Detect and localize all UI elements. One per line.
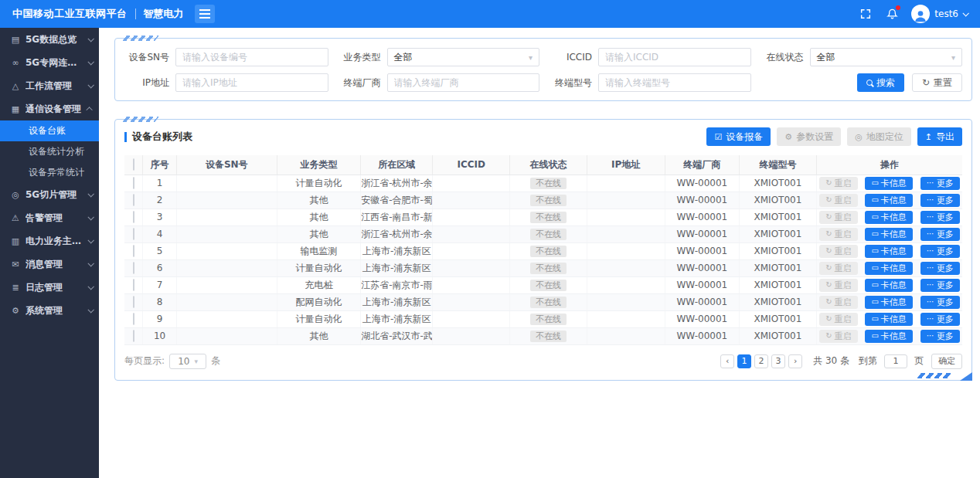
restart-button[interactable]: ↻ 重启 [819,177,857,190]
sidebar-subitem[interactable]: 设备台账 [0,120,99,141]
restart-button[interactable]: ↻ 重启 [819,313,857,326]
power-icon: ↻ [825,213,832,221]
more-button[interactable]: ⋯ 更多 [920,177,960,190]
sim-card-icon: ▭ [871,230,878,238]
row-checkbox[interactable] [133,194,134,206]
cell-region: 上海市-浦东新区 [361,293,433,310]
next-page-button[interactable]: › [788,354,802,368]
more-icon: ⋯ [927,315,934,323]
restart-button[interactable]: ↻ 重启 [819,194,857,207]
more-button[interactable]: ⋯ 更多 [920,211,960,224]
more-button[interactable]: ⋯ 更多 [920,296,960,309]
sidebar-item[interactable]: ▦通信设备管理 [0,97,99,120]
notification-dot [896,5,900,10]
export-button[interactable]: ↥ 导出 [917,127,962,146]
restart-button[interactable]: ↻ 重启 [819,262,857,275]
online-status-select[interactable]: 全部▾ [810,48,963,66]
restart-button[interactable]: ↻ 重启 [819,330,857,343]
row-checkbox[interactable] [133,330,134,342]
card-info-button[interactable]: ▭ 卡信息 [865,262,912,275]
filter-panel: 设备SN号 业务类型 全部▾ ICCID 在线状态 全部▾ [114,38,972,101]
card-info-button[interactable]: ▭ 卡信息 [865,279,912,292]
business-type-select[interactable]: 全部▾ [387,48,540,66]
more-icon: ⋯ [927,264,934,272]
restart-button[interactable]: ↻ 重启 [819,245,857,258]
product-title: 智慧电力 [144,7,184,21]
more-button[interactable]: ⋯ 更多 [920,330,960,343]
cell-business-type: 其他 [277,225,360,242]
sidebar-item[interactable]: ▥电力业务主站管理 [0,229,99,253]
sidebar-item[interactable]: ≣日志管理 [0,276,99,299]
sidebar-item[interactable]: ▤5G数据总览 [0,28,99,51]
ip-input[interactable] [175,73,328,92]
card-info-button[interactable]: ▭ 卡信息 [865,194,912,207]
sidebar-item[interactable]: △工作流管理 [0,74,99,97]
sidebar-item[interactable]: ◎5G切片管理 [0,183,99,206]
cell-business-type: 其他 [277,327,360,344]
map-locate-button[interactable]: ◎ 地图定位 [847,127,911,146]
device-sn-input[interactable] [175,48,328,66]
more-button[interactable]: ⋯ 更多 [920,194,960,207]
page-button[interactable]: 2 [754,354,768,368]
row-checkbox[interactable] [133,262,134,274]
select-all-checkbox[interactable] [133,158,134,171]
row-checkbox[interactable] [133,296,134,308]
restart-button[interactable]: ↻ 重启 [819,279,857,292]
sidebar-item-label: 告警管理 [26,212,85,225]
param-settings-button[interactable]: ⚙ 参数设置 [777,127,841,146]
card-info-button[interactable]: ▭ 卡信息 [865,228,912,241]
iccid-input[interactable] [598,48,751,66]
row-checkbox[interactable] [133,245,134,257]
confirm-page-button[interactable]: 确定 [931,354,962,369]
row-checkbox[interactable] [133,313,134,325]
card-info-button[interactable]: ▭ 卡信息 [865,330,912,343]
hamburger-menu-icon[interactable] [195,5,215,23]
sidebar-item[interactable]: ✉消息管理 [0,253,99,276]
device-report-button[interactable]: ☑ 设备报备 [706,127,771,146]
status-badge: 不在线 [530,280,567,291]
row-checkbox[interactable] [133,279,134,291]
sidebar-item-label: 5G数据总览 [26,33,85,46]
restart-button[interactable]: ↻ 重启 [819,228,857,241]
more-button[interactable]: ⋯ 更多 [920,279,960,292]
sidebar-item[interactable]: ⚠告警管理 [0,206,99,229]
cell-vendor: WW-00001 [665,208,739,225]
card-info-button[interactable]: ▭ 卡信息 [865,313,912,326]
cell-index: 2 [143,192,176,208]
search-button[interactable]: 搜索 [857,73,904,92]
prev-page-button[interactable]: ‹ [720,354,734,368]
bell-icon[interactable] [885,7,899,21]
row-checkbox[interactable] [133,177,134,189]
card-info-button[interactable]: ▭ 卡信息 [865,245,912,258]
sidebar-subitem[interactable]: 设备异常统计 [0,162,99,183]
reset-button[interactable]: ↻ 重置 [912,73,962,92]
row-checkbox[interactable] [133,211,134,223]
sidebar-item[interactable]: ∞5G专网连接管理 [0,51,99,74]
cell-region: 湖北省-武汉市-武昌区 [361,327,433,344]
more-icon: ⋯ [927,179,934,187]
fullscreen-icon[interactable] [859,7,873,21]
sim-card-icon: ▭ [871,247,878,255]
restart-button[interactable]: ↻ 重启 [819,211,857,224]
vendor-input[interactable] [387,73,540,92]
per-page-select[interactable]: 10 ▾ [169,354,206,369]
goto-page-input[interactable] [884,354,907,368]
card-info-button[interactable]: ▭ 卡信息 [865,296,912,309]
restart-button[interactable]: ↻ 重启 [819,296,857,309]
page-button[interactable]: 3 [771,354,785,368]
topbar-actions: test6 [859,5,968,23]
model-input[interactable] [598,73,751,92]
power-icon: ↻ [825,281,832,289]
page-button[interactable]: 1 [737,354,751,368]
more-button[interactable]: ⋯ 更多 [920,262,960,275]
sidebar-item[interactable]: ⚙系统管理 [0,299,99,322]
card-info-button[interactable]: ▭ 卡信息 [865,211,912,224]
cell-index: 1 [143,175,176,192]
card-info-button[interactable]: ▭ 卡信息 [865,177,912,190]
more-button[interactable]: ⋯ 更多 [920,245,960,258]
sidebar-subitem[interactable]: 设备统计分析 [0,141,99,162]
user-menu[interactable]: test6 [911,5,968,23]
more-button[interactable]: ⋯ 更多 [920,313,960,326]
more-button[interactable]: ⋯ 更多 [920,228,960,241]
row-checkbox[interactable] [133,228,134,240]
